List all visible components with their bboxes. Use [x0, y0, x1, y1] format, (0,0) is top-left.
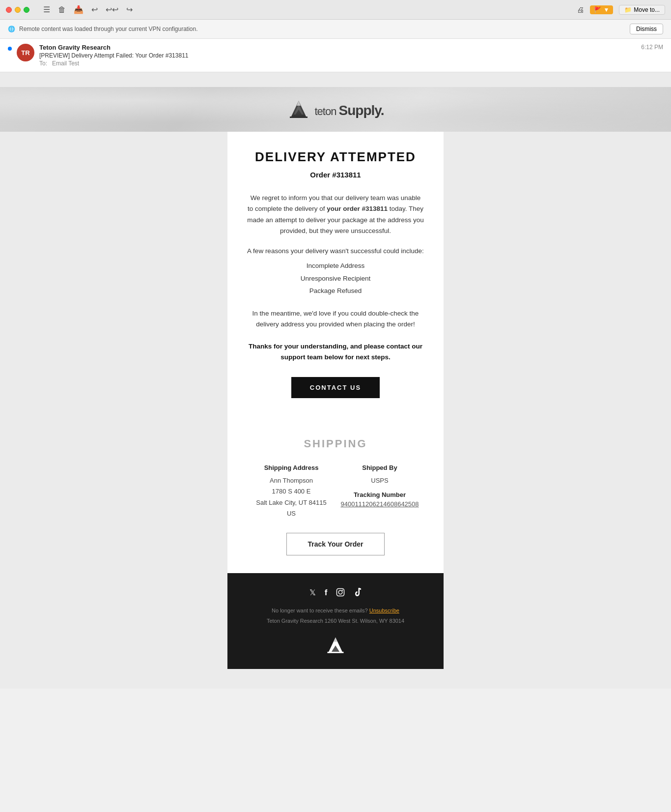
thanks-paragraph: Thanks for your understanding, and pleas…	[247, 341, 424, 364]
shipping-title: SHIPPING	[247, 437, 424, 450]
unread-dot	[8, 47, 12, 51]
vpn-message: Remote content was loaded through your c…	[19, 26, 198, 32]
print-icon[interactable]: 🖨	[577, 5, 584, 14]
email-header: TR Teton Gravity Research [PREVIEW] Deli…	[0, 39, 671, 72]
maximize-button[interactable]	[24, 7, 29, 13]
vpn-bar: 🌐 Remote content was loaded through your…	[0, 20, 671, 39]
brand-logo: teton Supply.	[287, 99, 384, 122]
vpn-icon: 🌐	[8, 26, 15, 32]
toolbar-right: 🖨 🚩 ▼ 📁 Move to...	[577, 5, 665, 15]
move-to-label: Move to...	[634, 6, 660, 13]
svg-marker-1	[294, 105, 304, 115]
list-item: Unresponsive Recipient	[247, 272, 424, 285]
svg-marker-2	[294, 110, 304, 117]
address-line-4: US	[247, 508, 336, 519]
svg-rect-5	[337, 588, 344, 596]
email-body-wrapper: teton Supply. DELIVERY ATTEMPTED Order #…	[0, 72, 671, 689]
facebook-icon[interactable]: f	[325, 588, 328, 599]
forward-icon[interactable]: ↪	[126, 5, 133, 14]
footer-logo	[237, 636, 434, 657]
move-to-button[interactable]: 📁 Move to...	[619, 5, 665, 15]
email-to: To: Email Test	[39, 60, 188, 67]
title-bar: ☰ 🗑 📥 ↩ ↩↩ ↪ 🖨 🚩 ▼ 📁 Move to...	[0, 0, 671, 20]
instagram-icon[interactable]	[336, 588, 345, 599]
address-line-1: Ann Thompson	[247, 475, 336, 486]
address-line-3: Salt Lake City, UT 84115	[247, 497, 336, 508]
svg-point-6	[339, 590, 343, 594]
logo-header: teton Supply.	[0, 87, 671, 132]
svg-marker-4	[297, 101, 301, 106]
email-main-content: DELIVERY ATTEMPTED Order #313811 We regr…	[227, 132, 444, 437]
tracking-number: 9400111206214608642508	[336, 500, 424, 508]
contact-us-button[interactable]: CONTACT US	[291, 377, 380, 398]
avatar: TR	[17, 44, 34, 61]
flag-icon: 🚩	[594, 6, 601, 13]
email-time: 6:12 PM	[641, 44, 663, 51]
svg-rect-10	[328, 652, 344, 653]
track-order-button[interactable]: Track Your Order	[286, 533, 385, 555]
email-card: DELIVERY ATTEMPTED Order #313811 We regr…	[227, 132, 444, 669]
svg-point-7	[342, 590, 343, 591]
tracking-label: Tracking Number	[336, 491, 424, 498]
double-check-paragraph: In the meantime, we'd love if you could …	[247, 308, 424, 330]
trash-icon[interactable]: 🗑	[58, 5, 66, 14]
twitter-icon[interactable]: 𝕏	[309, 588, 316, 599]
to-value: Email Test	[52, 60, 79, 67]
footer-unsubscribe-text: No longer want to receive these emails? …	[237, 607, 434, 615]
svg-rect-3	[290, 116, 308, 118]
sidebar-toggle-icon[interactable]: ☰	[43, 5, 50, 14]
shipping-section: SHIPPING Shipping Address Ann Thompson 1…	[227, 437, 444, 573]
footer-mountain-icon	[325, 636, 346, 657]
svg-marker-0	[291, 101, 307, 117]
mountain-logo-icon	[287, 99, 310, 122]
tiktok-icon[interactable]	[354, 588, 362, 599]
archive-icon[interactable]: 📥	[74, 5, 84, 14]
list-item: Package Refused	[247, 285, 424, 297]
para1-bold: your order #313811	[327, 205, 388, 212]
svg-marker-11	[334, 638, 337, 642]
email-meta: Teton Gravity Research [PREVIEW] Deliver…	[39, 44, 188, 67]
shipping-address-label: Shipping Address	[247, 464, 336, 471]
shipping-address-value: Ann Thompson 1780 S 400 E Salt Lake City…	[247, 475, 336, 519]
folder-icon: 📁	[624, 6, 632, 13]
flag-chevron: ▼	[603, 6, 609, 13]
order-number: Order #313811	[247, 171, 424, 179]
shipping-grid: Shipping Address Ann Thompson 1780 S 400…	[247, 464, 424, 519]
shipped-by-value: USPS	[336, 475, 424, 486]
vpn-bar-left: 🌐 Remote content was loaded through your…	[8, 26, 198, 32]
shipped-by-label: Shipped By	[336, 464, 424, 471]
unsubscribe-link[interactable]: Unsubscribe	[369, 608, 399, 613]
reasons-label: A few reasons your delivery wasn't succe…	[247, 247, 424, 255]
traffic-lights	[6, 7, 29, 13]
email-sender: Teton Gravity Research	[39, 44, 188, 51]
intro-paragraph: We regret to inform you that our deliver…	[247, 193, 424, 236]
shipping-address-col: Shipping Address Ann Thompson 1780 S 400…	[247, 464, 336, 519]
email-header-left: TR Teton Gravity Research [PREVIEW] Deli…	[8, 44, 188, 67]
reply-icon[interactable]: ↩	[91, 5, 98, 14]
reasons-list: Incomplete Address Unresponsive Recipien…	[247, 260, 424, 297]
to-label: To:	[39, 60, 47, 67]
logo-brand: teton	[314, 105, 338, 117]
flag-button[interactable]: 🚩 ▼	[590, 5, 613, 14]
reply-all-icon[interactable]: ↩↩	[106, 5, 118, 14]
email-subject: [PREVIEW] Delivery Attempt Failed: Your …	[39, 52, 188, 59]
close-button[interactable]	[6, 7, 12, 13]
toolbar-icons: ☰ 🗑 📥 ↩ ↩↩ ↪	[43, 5, 133, 14]
social-icons: 𝕏 f	[237, 588, 434, 599]
shipped-by-col: Shipped By USPS Tracking Number 94001112…	[336, 464, 424, 519]
logo-text: teton Supply.	[314, 103, 384, 118]
list-item: Incomplete Address	[247, 260, 424, 272]
footer-address: Teton Gravity Research 1260 West St. Wil…	[237, 617, 434, 626]
email-footer: 𝕏 f No longer want to receive these emai…	[227, 573, 444, 669]
minimize-button[interactable]	[15, 7, 21, 13]
delivery-title: DELIVERY ATTEMPTED	[247, 149, 424, 165]
address-line-2: 1780 S 400 E	[247, 486, 336, 497]
dismiss-button[interactable]: Dismiss	[630, 24, 663, 34]
no-longer-text: No longer want to receive these emails?	[272, 608, 368, 613]
